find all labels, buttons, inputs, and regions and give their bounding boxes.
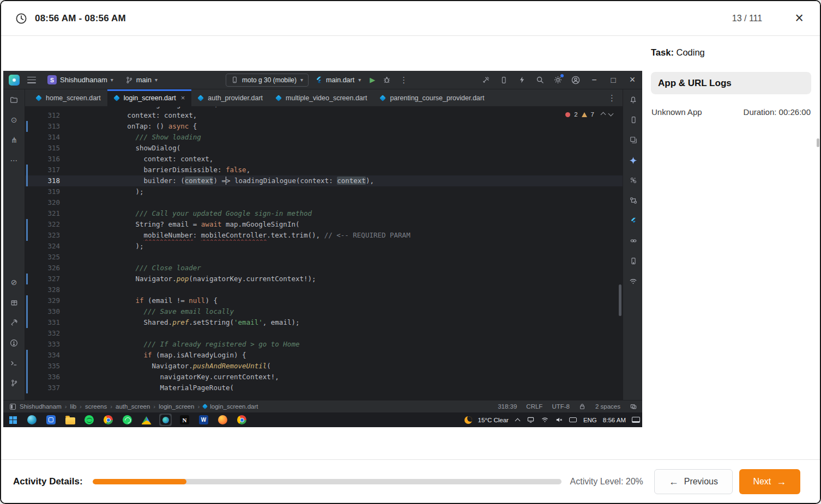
code-line[interactable]: 316 context: context, <box>25 154 623 165</box>
next-button[interactable]: Next → <box>739 469 800 494</box>
wifi-icon[interactable] <box>541 416 549 424</box>
breadcrumb-item[interactable]: auth_screen <box>116 403 150 410</box>
code-line[interactable]: 317 barrierDismissible: false, <box>25 165 623 175</box>
settings-icon[interactable] <box>553 75 563 85</box>
page-scrollbar-thumb[interactable] <box>817 138 819 147</box>
project-tool-icon[interactable] <box>8 93 21 106</box>
caret-position[interactable]: 318:39 <box>498 403 517 410</box>
profiler-icon[interactable] <box>517 75 527 85</box>
word-icon[interactable] <box>197 414 210 426</box>
pull-requests-tool-icon[interactable]: ⋔ <box>8 133 21 147</box>
android-studio-taskbar-icon[interactable] <box>159 414 172 426</box>
run-config-selector[interactable]: main.dart ▾ <box>315 76 361 84</box>
problems-tool-icon[interactable] <box>8 336 21 349</box>
file-lock-icon[interactable] <box>579 403 586 410</box>
code-line[interactable]: 334 if (map.isAlreadyLogin) { <box>25 350 623 361</box>
structure-icon[interactable] <box>627 194 640 207</box>
breadcrumb-item[interactable]: lib <box>70 403 77 410</box>
dependencies-icon[interactable] <box>8 296 21 309</box>
editor-scrollbar[interactable] <box>617 107 623 400</box>
code-line[interactable]: 315 showDialog( <box>25 143 623 154</box>
more-run-actions-icon[interactable]: ⋮ <box>398 75 409 85</box>
notifications-mute-icon[interactable]: ⊘ <box>8 276 21 289</box>
terminal-tool-icon[interactable] <box>8 356 21 369</box>
mail-app-icon[interactable] <box>45 414 57 426</box>
tool-window-toggle-icon[interactable] <box>10 404 16 410</box>
code-line[interactable]: 335 Navigator.pushAndRemoveUntil( <box>25 361 623 372</box>
device-selector[interactable]: moto g 30 (mobile) ▾ <box>226 74 309 87</box>
code-line[interactable]: 318 builder: (context) => loadingDialogu… <box>25 175 623 186</box>
resource-manager-icon[interactable] <box>627 133 640 147</box>
flutter-inspector-icon[interactable] <box>627 214 640 227</box>
touch-keyboard-icon[interactable] <box>569 416 577 424</box>
tab-close-icon[interactable]: × <box>181 94 185 102</box>
network-inspector-icon[interactable] <box>627 275 640 288</box>
code-line[interactable]: 328 <box>25 284 623 295</box>
editor-tab[interactable]: home_screen.dart <box>29 89 107 106</box>
more-tool-windows-icon[interactable]: ⋯ <box>8 154 21 167</box>
code-line[interactable]: 312 context: context, <box>25 110 623 121</box>
action-center-icon[interactable] <box>632 417 640 423</box>
sdk-manager-icon[interactable] <box>481 75 491 85</box>
editor-tab[interactable]: login_screen.dart× <box>107 89 192 106</box>
code-line[interactable]: 326 /// Close loader <box>25 263 623 274</box>
project-selector[interactable]: S Shishudhanam ▾ <box>44 74 117 86</box>
device-mirror-icon[interactable] <box>499 75 509 85</box>
account-icon[interactable] <box>571 75 581 85</box>
build-icon[interactable] <box>8 316 21 329</box>
app-insights-icon[interactable] <box>627 174 640 187</box>
scrollbar-thumb[interactable] <box>619 284 621 316</box>
line-separator[interactable]: CRLF <box>526 403 542 410</box>
code-line[interactable]: 320 <box>25 197 623 208</box>
code-line[interactable]: 336 navigatorKey.currentContext!, <box>25 372 623 382</box>
start-button[interactable] <box>7 414 19 426</box>
branch-selector[interactable]: main ▾ <box>122 74 161 86</box>
maximize-button[interactable]: □ <box>608 75 619 84</box>
spotify-icon[interactable] <box>83 414 95 426</box>
notifications-icon[interactable] <box>627 93 640 106</box>
code-line[interactable]: 313 onTap: () async { <box>25 121 623 132</box>
device-manager-icon[interactable] <box>627 113 640 126</box>
code-line[interactable]: 324 ); <box>25 241 623 252</box>
git-tool-icon[interactable] <box>8 377 21 390</box>
logcat-icon[interactable] <box>627 234 640 247</box>
next-problem-icon[interactable] <box>608 111 614 117</box>
chrome-profile-icon[interactable] <box>236 414 248 426</box>
edge-icon[interactable] <box>26 414 38 426</box>
previous-button[interactable]: ← Previous <box>654 469 733 494</box>
notion-icon[interactable] <box>178 414 191 426</box>
firefox-icon[interactable] <box>216 414 229 426</box>
weather-text[interactable]: 15°C Clear <box>478 417 509 423</box>
minimize-button[interactable]: − <box>589 75 600 85</box>
tabs-more-icon[interactable]: ⋮ <box>608 93 616 103</box>
drive-icon[interactable] <box>140 414 153 426</box>
taskbar-clock[interactable]: 8:56 AM <box>603 417 626 423</box>
chrome-icon[interactable] <box>102 414 114 426</box>
language-indicator[interactable]: ENG <box>583 417 597 423</box>
code-line[interactable]: 337 MaterialPageRoute( <box>25 382 623 393</box>
breadcrumb-item[interactable]: login_screen.dart <box>203 403 258 410</box>
editor-tab[interactable]: auth_provider.dart <box>191 89 269 106</box>
code-line[interactable]: 325 <box>25 252 623 263</box>
hidden-icons-chevron[interactable] <box>515 418 520 423</box>
debug-button[interactable] <box>382 75 391 85</box>
code-line[interactable]: 319 ); <box>25 186 623 197</box>
code-line[interactable]: 329 if (email != null) { <box>25 295 623 306</box>
code-line[interactable]: 327 Navigator.pop(navigatorKey.currentCo… <box>25 274 623 284</box>
editor-tab[interactable]: multiple_video_screen.dart <box>269 89 373 106</box>
run-button[interactable]: ▶ <box>370 76 375 84</box>
file-encoding[interactable]: UTF-8 <box>552 403 570 410</box>
breadcrumb-item[interactable]: Shishudhanam <box>20 403 62 410</box>
file-explorer-icon[interactable] <box>64 414 76 426</box>
search-icon[interactable] <box>535 75 545 85</box>
code-line[interactable]: 332 <box>25 328 623 339</box>
volume-mute-icon[interactable] <box>555 416 563 424</box>
close-button[interactable]: × <box>793 11 806 26</box>
code-line[interactable]: 321 /// Call your updated Google sign-in… <box>25 208 623 219</box>
code-line[interactable]: 323 mobileNumber: mobileController.text.… <box>25 230 623 241</box>
commit-tool-icon[interactable]: ⊙ <box>8 113 21 126</box>
network-icon[interactable] <box>527 416 535 424</box>
code-line[interactable]: 322 String? email = await map.mGoogleSig… <box>25 219 623 230</box>
previous-problem-icon[interactable] <box>601 112 606 117</box>
code-line[interactable]: 314 /// Show loading <box>25 132 623 143</box>
